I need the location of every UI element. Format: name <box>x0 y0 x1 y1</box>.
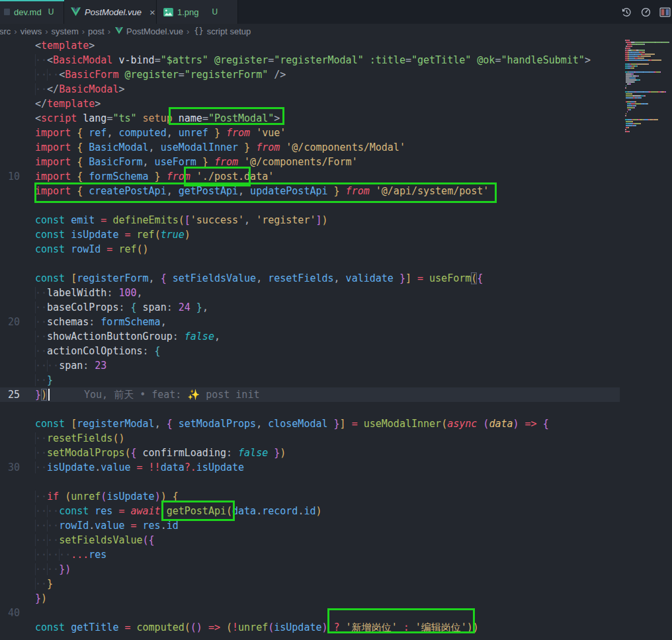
breadcrumb-file[interactable]: PostModel.vue <box>125 26 185 36</box>
code-token: ······ <box>35 549 71 561</box>
git-blame-annotation: You, 前天 • feat: ✨ post init <box>84 387 259 402</box>
code-line[interactable]: ····<BasicForm @register="registerForm" … <box>35 67 286 82</box>
code-line[interactable]: ··actionColOptions: { <box>35 344 161 358</box>
tab-dev-md[interactable]: dev.md U <box>0 0 64 24</box>
code-line[interactable]: import { ref, computed, unref } from 'vu… <box>35 126 286 140</box>
code-token: createPostApi <box>83 185 166 197</box>
code-token: ) <box>155 491 161 502</box>
code-token: res <box>89 505 112 517</box>
minimap-line <box>651 60 661 61</box>
code-token: </ <box>35 98 47 110</box>
code-line[interactable]: ··baseColProps: { span: 24 }, <box>35 300 208 315</box>
code-line[interactable]: const [registerForm, { setFieldsValue, r… <box>35 271 483 286</box>
code-line[interactable]: ····span: 23 <box>35 358 106 373</box>
code-token: const <box>35 229 65 241</box>
run-icon[interactable] <box>640 6 651 18</box>
code-line[interactable]: import { BasicForm, useForm } from '@/co… <box>35 155 358 169</box>
code-line[interactable]: ··resetFields() <box>35 431 124 446</box>
code-token: value <box>95 520 124 532</box>
code-line[interactable]: ····setFieldsValue({ <box>35 533 155 547</box>
code-editor[interactable]: 1020253040 <template>··<BasicModal v-bin… <box>0 38 672 640</box>
code-line[interactable]: import { createPostApi, getPostApi, upda… <box>35 184 489 198</box>
breadcrumb-item[interactable]: src <box>0 26 12 36</box>
code-line[interactable]: <template> <box>35 38 95 53</box>
code-line[interactable]: const getTitle = computed(() => (!unref(… <box>35 620 479 635</box>
code-token: rowId <box>65 243 101 255</box>
code-line[interactable]: ····}) <box>35 562 71 577</box>
code-line[interactable]: ··</BasicModal> <box>35 82 124 97</box>
code-line[interactable]: ··labelWidth: 100, <box>35 286 143 300</box>
minimap-line <box>626 93 631 95</box>
code-line[interactable]: ··isUpdate.value = !!data?.isUpdate <box>35 460 244 475</box>
minimap-line <box>631 63 637 65</box>
code-line[interactable]: ··showActionButtonGroup: false, <box>35 329 220 344</box>
minimap-line <box>626 115 626 116</box>
code-line[interactable]: <script lang="ts" setup name="PostModal"… <box>35 111 280 126</box>
code-token: '@/components/Modal' <box>280 141 405 153</box>
code-line[interactable]: ··schemas: formSchema, <box>35 315 167 329</box>
minimap[interactable] <box>624 38 672 640</box>
code-token: ·· <box>35 447 47 459</box>
minimap-line <box>630 77 635 79</box>
code-token: baseColProps <box>47 301 118 313</box>
minimap-line <box>632 46 632 47</box>
code-line[interactable]: import { BasicModal, useModalInner } fro… <box>35 140 405 155</box>
tab-1-png[interactable]: 1.png U <box>157 0 238 24</box>
code-token: useForm <box>423 272 471 284</box>
code-token: </ <box>47 83 59 95</box>
code-line[interactable]: ··<BasicModal v-bind="$attrs" @register=… <box>35 53 591 67</box>
code-token: ···· <box>35 505 59 517</box>
line-number[interactable]: 10 <box>0 169 20 184</box>
code-token: 'success' <box>190 214 244 226</box>
minimap-line <box>638 75 639 77</box>
code-token: } <box>268 447 280 459</box>
line-number[interactable]: 25 <box>0 387 20 402</box>
timeline-icon[interactable] <box>620 6 632 18</box>
code-line[interactable]: ····const res = await getPostApi(data.re… <box>35 504 322 518</box>
minimap-line <box>629 40 630 41</box>
breadcrumb-symbol[interactable]: script setup <box>206 26 252 36</box>
code-line[interactable]: ··if (unref(isUpdate)) { <box>35 489 179 504</box>
breadcrumb-item[interactable]: post <box>87 26 106 36</box>
code-line[interactable]: ··} <box>35 373 53 387</box>
code-token: , <box>256 418 262 430</box>
breadcrumb-item[interactable]: views <box>19 26 44 36</box>
code-line[interactable]: ··} <box>35 577 53 591</box>
code-token: from <box>161 171 190 182</box>
tab-postmodel-vue[interactable]: PostModel.vue × <box>64 0 157 24</box>
code-line[interactable]: const rowId = ref() <box>35 242 149 257</box>
code-token: resetFields <box>47 432 112 444</box>
code-token: { <box>149 345 161 357</box>
code-line[interactable]: ····rowId.value = res.id <box>35 518 179 533</box>
minimap-line <box>634 123 640 124</box>
code-line[interactable]: const [registerModal, { setModalProps, c… <box>35 417 549 431</box>
minimap-line <box>627 107 634 108</box>
breadcrumb-item[interactable]: system <box>50 26 80 36</box>
code-token: isUpdate <box>65 229 118 241</box>
text-cursor <box>48 389 50 401</box>
code-line[interactable]: </template> <box>35 97 101 111</box>
code-token: , <box>244 214 250 226</box>
code-token: , <box>161 316 167 328</box>
close-icon[interactable]: × <box>149 7 155 18</box>
minimap-line <box>636 105 636 106</box>
code-line[interactable]: const emit = defineEmits(['success', 're… <box>35 213 328 227</box>
code-line[interactable]: const isUpdate = ref(true) <box>35 227 190 242</box>
code-token: => <box>519 418 537 430</box>
line-number[interactable]: 30 <box>0 460 20 475</box>
code-line[interactable]: import { formSchema } from './post.data' <box>35 169 274 184</box>
code-line[interactable]: }) <box>35 387 47 402</box>
code-line[interactable]: ··setModalProps({ confirmLoading: false … <box>35 446 286 460</box>
minimap-line <box>628 91 634 93</box>
code-line[interactable]: ······...res <box>35 547 106 562</box>
code-token: unref <box>71 491 101 502</box>
code-token: labelWidth <box>47 287 106 299</box>
code-token: true <box>161 229 185 241</box>
code-line[interactable]: }) <box>35 591 47 606</box>
code-token: import <box>35 156 71 168</box>
line-number[interactable]: 40 <box>0 606 20 620</box>
code-token: from <box>208 156 238 168</box>
code-token: = <box>202 112 208 124</box>
line-number[interactable]: 20 <box>0 315 20 329</box>
split-editor-icon[interactable] <box>659 6 671 18</box>
